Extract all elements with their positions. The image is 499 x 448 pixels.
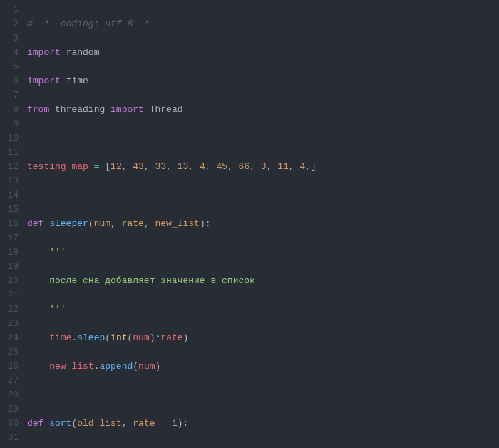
number: 11 <box>277 161 289 172</box>
code-line[interactable]: new_list.append(num) <box>27 360 499 374</box>
keyword-def: def <box>27 218 43 229</box>
line-number: 8 <box>0 103 19 117</box>
code-line[interactable]: testing_map = [12, 43, 33, 13, 4, 45, 66… <box>27 160 499 174</box>
function-name: sort <box>49 418 71 429</box>
method: append <box>99 361 133 372</box>
line-number: 22 <box>0 302 19 317</box>
variable: testing_map <box>27 161 88 172</box>
line-number-gutter: 1 2 3 4 5 6 7 8 9 10 11 12 13 14 15 16 1… <box>0 0 27 448</box>
line-number: 26 <box>0 360 19 374</box>
object: new_list <box>49 361 93 372</box>
code-line[interactable] <box>27 388 499 402</box>
line-number: 12 <box>0 160 19 174</box>
keyword-import: import <box>27 47 61 58</box>
method: sleep <box>77 332 105 343</box>
param: rate <box>122 218 144 229</box>
number: 66 <box>239 161 250 172</box>
function-name: sleeper <box>49 218 88 229</box>
line-number: 30 <box>0 417 19 431</box>
number: 3 <box>261 161 267 172</box>
variable: num <box>133 332 149 343</box>
object: time <box>49 332 71 343</box>
number: 45 <box>216 161 227 172</box>
line-number: 14 <box>0 188 19 203</box>
docstring: после сна добавляет значение в список <box>49 275 255 286</box>
number: 33 <box>155 161 167 172</box>
module-name: time <box>66 76 88 86</box>
line-number: 13 <box>0 174 19 188</box>
line-number: 20 <box>0 274 19 288</box>
builtin: int <box>110 332 127 343</box>
line-number: 31 <box>0 431 19 445</box>
code-line[interactable]: ''' <box>27 245 499 260</box>
code-line[interactable]: def sort(old_list, rate = 1): <box>27 417 499 431</box>
line-number: 1 <box>0 3 19 17</box>
line-number: 16 <box>0 217 19 231</box>
param: old_list <box>77 418 121 429</box>
docstring: ''' <box>49 304 66 315</box>
number: 43 <box>133 161 144 172</box>
variable: rate <box>160 332 182 343</box>
code-line[interactable] <box>27 131 499 146</box>
number: 1 <box>172 418 178 429</box>
param: num <box>94 218 110 229</box>
module-name: threading <box>55 104 105 115</box>
module-name: random <box>66 47 100 58</box>
line-number: 11 <box>0 146 19 160</box>
code-line[interactable]: def sleeper(num, rate, new_list): <box>27 217 499 231</box>
param: rate <box>133 418 155 429</box>
line-number: 4 <box>0 46 19 60</box>
line-number: 7 <box>0 88 19 103</box>
code-line[interactable]: после сна добавляет значение в список <box>27 274 499 288</box>
line-number: 15 <box>0 203 19 217</box>
line-number: 17 <box>0 231 19 245</box>
code-line[interactable]: from threading import Thread <box>27 103 499 117</box>
param: new_list <box>155 218 199 229</box>
code-area[interactable]: # -*- coding: utf-8 -*- import random im… <box>27 0 499 448</box>
keyword-from: from <box>27 104 49 115</box>
keyword-import: import <box>27 76 61 86</box>
line-number: 21 <box>0 288 19 302</box>
docstring: ''' <box>49 247 66 258</box>
code-line[interactable]: ''' <box>27 302 499 317</box>
line-number: 5 <box>0 60 19 74</box>
code-line[interactable]: import time <box>27 74 499 88</box>
variable: num <box>138 361 155 372</box>
class-name: Thread <box>150 104 183 115</box>
number: 12 <box>110 161 122 172</box>
line-number: 29 <box>0 402 19 417</box>
line-number: 2 <box>0 17 19 31</box>
code-editor[interactable]: 1 2 3 4 5 6 7 8 9 10 11 12 13 14 15 16 1… <box>0 0 499 448</box>
code-line[interactable] <box>27 188 499 203</box>
number: 13 <box>178 161 189 172</box>
line-number: 18 <box>0 245 19 260</box>
line-number: 28 <box>0 388 19 402</box>
comment: # -*- coding: utf-8 -*- <box>27 19 155 29</box>
keyword-import: import <box>110 104 144 115</box>
line-number: 9 <box>0 117 19 131</box>
line-number: 6 <box>0 74 19 88</box>
code-line[interactable]: import random <box>27 46 499 60</box>
line-number: 10 <box>0 131 19 146</box>
code-line[interactable]: ''' <box>27 445 499 448</box>
line-number: 24 <box>0 331 19 345</box>
line-number: 3 <box>0 31 19 46</box>
line-number: 19 <box>0 260 19 274</box>
line-number: 27 <box>0 374 19 388</box>
line-number: 23 <box>0 317 19 331</box>
code-line[interactable]: # -*- coding: utf-8 -*- <box>27 17 499 31</box>
number: 4 <box>200 161 205 172</box>
keyword-def: def <box>27 418 43 429</box>
line-number: 25 <box>0 345 19 360</box>
code-line[interactable]: time.sleep(int(num)*rate) <box>27 331 499 345</box>
